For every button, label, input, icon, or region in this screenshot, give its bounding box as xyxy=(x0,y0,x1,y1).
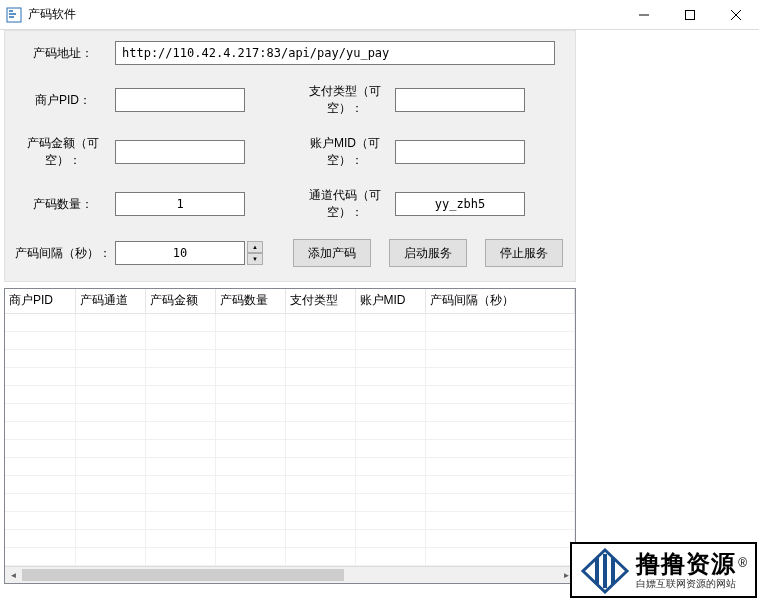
table-row[interactable] xyxy=(5,457,575,475)
maximize-button[interactable] xyxy=(667,0,713,30)
scroll-track[interactable] xyxy=(22,567,558,583)
table-row[interactable] xyxy=(5,493,575,511)
amount-label: 产码金额（可空）： xyxy=(15,135,115,169)
table-body xyxy=(5,313,575,565)
watermark-sub: 白嫖互联网资源的网站 xyxy=(636,577,747,591)
url-label: 产码地址： xyxy=(15,45,115,62)
watermark-text: 撸撸资源® 白嫖互联网资源的网站 xyxy=(636,551,747,591)
col-interval[interactable]: 产码间隔（秒） xyxy=(425,289,575,313)
start-service-button[interactable]: 启动服务 xyxy=(389,239,467,267)
interval-label: 产码间隔（秒）： xyxy=(15,245,115,262)
svg-rect-2 xyxy=(686,11,695,20)
table-row[interactable] xyxy=(5,349,575,367)
spin-down-icon[interactable]: ▼ xyxy=(247,253,263,265)
table-row[interactable] xyxy=(5,367,575,385)
table-row[interactable] xyxy=(5,313,575,331)
interval-spinner: ▲ ▼ xyxy=(115,241,263,265)
pid-label: 商户PID： xyxy=(15,92,115,109)
pid-input[interactable] xyxy=(115,88,245,112)
col-count[interactable]: 产码数量 xyxy=(215,289,285,313)
watermark-logo-icon xyxy=(580,548,630,594)
data-table[interactable]: 商户PID 产码通道 产码金额 产码数量 支付类型 账户MID 产码间隔（秒） xyxy=(5,289,575,566)
watermark-main: 撸撸资源 xyxy=(636,550,736,577)
minimize-button[interactable] xyxy=(621,0,667,30)
table-row[interactable] xyxy=(5,475,575,493)
window-title: 产码软件 xyxy=(28,6,76,23)
form-panel: 产码地址： 商户PID： 支付类型（可空）： 产码金额（可空）： 账户MID（可… xyxy=(4,30,576,282)
stop-service-button[interactable]: 停止服务 xyxy=(485,239,563,267)
channel-label: 通道代码（可空）： xyxy=(285,187,395,221)
spin-up-icon[interactable]: ▲ xyxy=(247,241,263,253)
amount-input[interactable] xyxy=(115,140,245,164)
data-table-container: 商户PID 产码通道 产码金额 产码数量 支付类型 账户MID 产码间隔（秒） xyxy=(4,288,576,584)
mid-input[interactable] xyxy=(395,140,525,164)
close-button[interactable] xyxy=(713,0,759,30)
horizontal-scrollbar[interactable]: ◄ ► xyxy=(5,566,575,583)
paytype-label: 支付类型（可空）： xyxy=(285,83,395,117)
table-row[interactable] xyxy=(5,511,575,529)
table-row[interactable] xyxy=(5,547,575,565)
table-row[interactable] xyxy=(5,529,575,547)
paytype-input[interactable] xyxy=(395,88,525,112)
col-mid[interactable]: 账户MID xyxy=(355,289,425,313)
col-amount[interactable]: 产码金额 xyxy=(145,289,215,313)
scroll-thumb[interactable] xyxy=(22,569,344,581)
watermark-reg: ® xyxy=(738,556,747,570)
col-paytype[interactable]: 支付类型 xyxy=(285,289,355,313)
channel-input[interactable] xyxy=(395,192,525,216)
interval-input[interactable] xyxy=(115,241,245,265)
table-row[interactable] xyxy=(5,403,575,421)
col-pid[interactable]: 商户PID xyxy=(5,289,75,313)
count-label: 产码数量： xyxy=(15,196,115,213)
url-input[interactable] xyxy=(115,41,555,65)
table-row[interactable] xyxy=(5,421,575,439)
count-input[interactable] xyxy=(115,192,245,216)
add-code-button[interactable]: 添加产码 xyxy=(293,239,371,267)
col-channel[interactable]: 产码通道 xyxy=(75,289,145,313)
app-icon xyxy=(6,7,22,23)
table-row[interactable] xyxy=(5,439,575,457)
scroll-left-icon[interactable]: ◄ xyxy=(5,567,22,583)
svg-rect-0 xyxy=(7,8,21,22)
window-controls xyxy=(621,0,759,30)
main-area: 产码地址： 商户PID： 支付类型（可空）： 产码金额（可空）： 账户MID（可… xyxy=(0,30,759,598)
title-bar: 产码软件 xyxy=(0,0,759,30)
table-row[interactable] xyxy=(5,385,575,403)
watermark: 撸撸资源® 白嫖互联网资源的网站 xyxy=(570,542,757,598)
table-row[interactable] xyxy=(5,331,575,349)
mid-label: 账户MID（可空）： xyxy=(285,135,395,169)
